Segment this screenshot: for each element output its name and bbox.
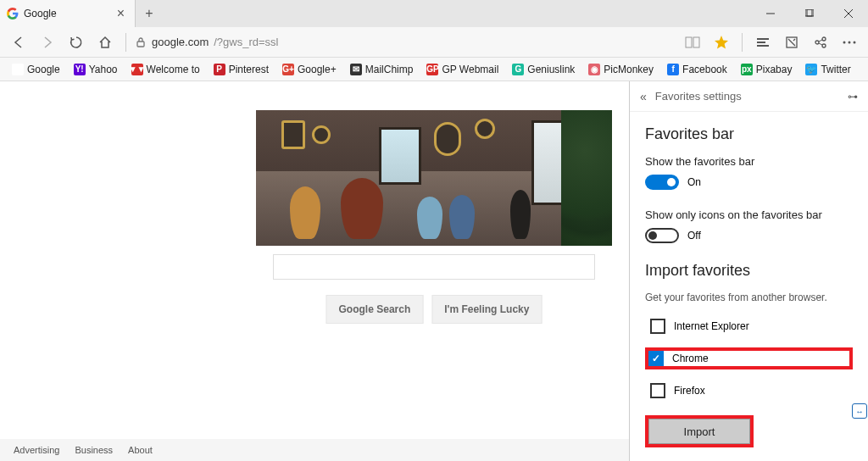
share-icon[interactable]: [809, 31, 832, 54]
window-controls: [751, 0, 868, 27]
new-tab-button[interactable]: +: [136, 0, 163, 27]
show-favorites-bar-toggle[interactable]: [645, 175, 679, 190]
page-content: Google Search I'm Feeling Lucky Advertis…: [0, 81, 868, 461]
favicon-icon: GP: [426, 64, 438, 75]
favorites-bar-item[interactable]: ◉PicMonkey: [583, 62, 659, 77]
search-input[interactable]: [273, 254, 595, 280]
import-button-highlight: Import: [645, 415, 754, 447]
panel-title: Favorites settings: [655, 90, 742, 103]
back-button[interactable]: [7, 31, 31, 54]
import-browser-option[interactable]: ✓Chrome: [645, 347, 853, 369]
footer-link[interactable]: About: [128, 445, 153, 455]
refresh-button[interactable]: [64, 31, 88, 54]
favorites-bar-label: Welcome to: [147, 64, 200, 75]
favorites-bar-item[interactable]: PPinterest: [209, 62, 274, 77]
minimize-button[interactable]: [751, 0, 790, 27]
favicon-icon: G: [12, 64, 24, 75]
browser-name: Firefox: [674, 385, 705, 397]
favicon-icon: f: [667, 64, 679, 75]
import-favorites-subtext: Get your favorites from another browser.: [645, 292, 853, 303]
icons-only-toggle[interactable]: [645, 228, 679, 243]
favorites-bar-item[interactable]: fFacebook: [662, 62, 732, 77]
favorites-bar-item[interactable]: ▼▼Welcome to: [126, 62, 205, 77]
feeling-lucky-button[interactable]: I'm Feeling Lucky: [431, 295, 542, 324]
import-browser-option[interactable]: Internet Explorer: [645, 315, 853, 337]
favicon-icon: 🐦: [805, 64, 817, 75]
favicon-icon: G: [512, 64, 524, 75]
svg-point-13: [822, 37, 826, 41]
url-display[interactable]: google.com/?gws_rd=ssl: [152, 36, 676, 48]
title-bar: Google × +: [0, 0, 868, 27]
favorites-bar-label: Yahoo: [89, 64, 118, 75]
icons-only-state: Off: [687, 230, 701, 242]
favorites-bar-heading: Favorites bar: [645, 125, 853, 143]
svg-point-19: [854, 41, 856, 43]
forward-button[interactable]: [36, 31, 59, 54]
favorites-settings-panel: « Favorites settings ⊶ Favorites bar Sho…: [629, 81, 868, 461]
svg-point-18: [849, 41, 851, 43]
reading-view-icon[interactable]: [681, 31, 704, 54]
panel-back-icon[interactable]: «: [640, 90, 647, 103]
favicon-icon: G+: [282, 64, 294, 75]
favorites-bar-item[interactable]: G+Google+: [277, 62, 342, 77]
favicon-icon: P: [214, 64, 225, 75]
tab-close-icon[interactable]: ×: [114, 6, 128, 21]
browser-name: Chrome: [672, 353, 709, 364]
svg-rect-1: [805, 9, 812, 16]
svg-point-14: [822, 44, 826, 47]
import-browser-option[interactable]: Firefox: [645, 380, 853, 402]
url-path: /?gws_rd=ssl: [214, 36, 278, 48]
favicon-icon: ✉: [350, 64, 362, 75]
checkbox-icon: ✓: [648, 351, 664, 366]
favorites-bar-label: Pinterest: [229, 64, 269, 75]
checkbox-icon: [650, 319, 665, 334]
checkbox-icon: [650, 383, 665, 398]
show-favorites-bar-state: On: [687, 176, 701, 188]
pin-icon[interactable]: ⊶: [848, 91, 858, 103]
hub-button[interactable]: [751, 31, 775, 54]
lock-icon: [135, 36, 147, 48]
svg-rect-6: [686, 37, 692, 47]
svg-rect-7: [693, 37, 699, 47]
favicon-icon: ◉: [588, 64, 600, 75]
home-button[interactable]: [93, 31, 117, 54]
svg-rect-5: [137, 42, 144, 47]
favorites-bar-label: Facebook: [682, 64, 727, 75]
footer-link[interactable]: Advertising: [14, 445, 59, 455]
browser-tab[interactable]: Google ×: [0, 0, 136, 27]
favorites-bar-item[interactable]: GGeniuslink: [507, 62, 580, 77]
favorites-bar-item[interactable]: GPGP Webmail: [421, 62, 504, 77]
favicon-icon: Y!: [74, 64, 86, 75]
teamviewer-badge-icon[interactable]: ↔: [852, 403, 867, 419]
svg-line-16: [819, 43, 822, 45]
favorites-bar-item[interactable]: Y!Yahoo: [69, 62, 123, 77]
close-button[interactable]: [829, 0, 868, 27]
favorites-bar-label: GP Webmail: [442, 64, 498, 75]
import-favorites-heading: Import favorites: [645, 262, 853, 280]
favorites-bar-label: Google+: [298, 64, 337, 75]
browser-name: Internet Explorer: [674, 320, 749, 332]
favorites-bar-item[interactable]: GGoogle: [7, 62, 65, 77]
more-icon[interactable]: [837, 31, 861, 54]
favorites-bar-item[interactable]: pxPixabay: [736, 62, 798, 77]
favorites-bar-item[interactable]: ✉MailChimp: [345, 62, 419, 77]
footer-link[interactable]: Business: [75, 445, 113, 455]
google-doodle-container: [256, 110, 612, 246]
favorites-star-icon[interactable]: [709, 31, 733, 54]
google-favicon: [7, 8, 19, 19]
favicon-icon: px: [741, 64, 753, 75]
google-search-button[interactable]: Google Search: [326, 295, 424, 324]
favorites-bar-label: PicMonkey: [604, 64, 654, 75]
svg-rect-2: [807, 9, 814, 16]
svg-point-17: [843, 41, 846, 43]
google-doodle[interactable]: [256, 110, 612, 246]
favorites-bar-item[interactable]: 🐦Twitter: [800, 62, 855, 77]
show-favorites-bar-label: Show the favorites bar: [645, 155, 853, 168]
webnote-icon[interactable]: [780, 31, 804, 54]
favorites-bar-label: Pixabay: [756, 64, 793, 75]
favorites-bar-label: Geniuslink: [527, 64, 575, 75]
maximize-button[interactable]: [790, 0, 829, 27]
import-button[interactable]: Import: [648, 419, 750, 444]
tab-title: Google: [24, 8, 108, 19]
favorites-bar-label: Google: [27, 64, 60, 75]
